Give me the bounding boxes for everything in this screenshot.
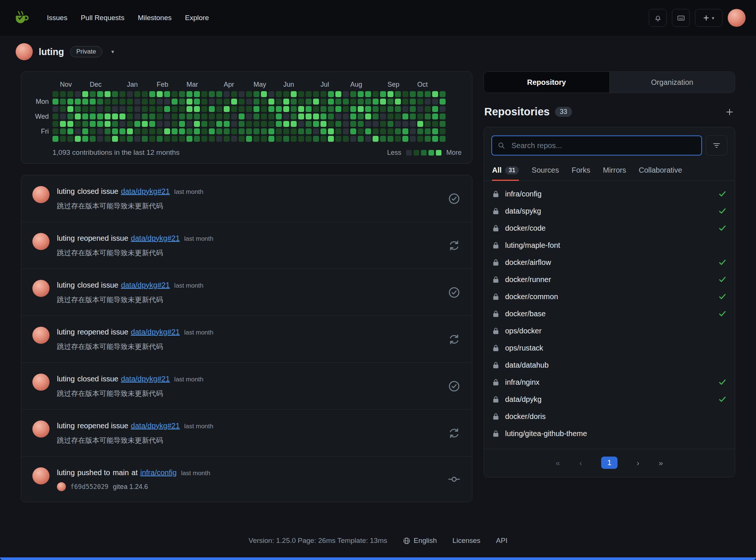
event-link[interactable]: data/dpykg#21: [121, 187, 170, 196]
profile-header: luting Private ▾: [0, 36, 756, 63]
repo-name: luting/maple-font: [505, 241, 560, 250]
actor-name[interactable]: luting: [57, 187, 75, 196]
repo-list-item[interactable]: docker/code: [492, 220, 727, 237]
create-new-button[interactable]: + ▾: [695, 9, 722, 27]
actor-name[interactable]: luting: [57, 375, 75, 383]
heatmap-cell: [239, 106, 245, 112]
nav-link-pull-requests[interactable]: Pull Requests: [74, 10, 131, 26]
actor-name[interactable]: luting: [57, 328, 75, 336]
heatmap-cell: [142, 106, 148, 112]
tab-repository[interactable]: Repository: [484, 72, 609, 93]
repo-list-item[interactable]: ops/rustack: [492, 339, 727, 356]
actor-name[interactable]: luting: [57, 422, 75, 430]
heatmap-cell: [90, 121, 96, 127]
heatmap-cell: [231, 121, 237, 127]
api-link[interactable]: API: [496, 537, 508, 545]
repo-filter-tab-sources[interactable]: Sources: [532, 166, 559, 181]
actor-name[interactable]: luting: [57, 281, 75, 289]
heatmap-months: NovDecJanFebMarAprMayJunJulAugSepOct: [52, 81, 462, 91]
repo-list-item[interactable]: luting/maple-font: [492, 237, 727, 254]
commit-hash[interactable]: f69d552029: [70, 483, 108, 490]
nav-link-milestones[interactable]: Milestones: [131, 10, 178, 26]
heatmap-cell: [209, 91, 215, 97]
repo-list-item[interactable]: ops/docker: [492, 322, 727, 339]
search-repos-input[interactable]: [491, 135, 702, 156]
repo-list-item[interactable]: docker/base: [492, 305, 727, 322]
heatmap-cell: [402, 113, 408, 119]
repo-filter-tab-collaborative[interactable]: Collaborative: [639, 166, 682, 181]
actor-name[interactable]: luting: [57, 234, 75, 243]
pagination-prev[interactable]: ‹: [579, 458, 582, 467]
tab-organization[interactable]: Organization: [609, 72, 735, 93]
actor-name[interactable]: luting: [57, 468, 75, 477]
event-avatar[interactable]: [32, 280, 50, 297]
heatmap-cell: [298, 113, 304, 119]
heatmap-cell: [216, 106, 222, 112]
notifications-button[interactable]: [649, 9, 667, 27]
repo-list-item[interactable]: docker/common: [492, 288, 727, 305]
event-avatar[interactable]: [32, 374, 50, 391]
repo-list-item[interactable]: data/datahub: [492, 356, 727, 374]
keyboard-shortcuts-button[interactable]: [672, 9, 690, 27]
heatmap-cell: [410, 128, 416, 134]
heatmap-cell: [209, 113, 215, 119]
keyboard-icon: [677, 14, 685, 22]
repo-filter-tab-forks[interactable]: Forks: [572, 166, 590, 181]
new-repository-button[interactable]: [725, 107, 734, 117]
heatmap-cell: [164, 99, 170, 105]
repo-list-item[interactable]: docker/doris: [492, 408, 727, 425]
repo-list-item[interactable]: data/dpykg: [492, 391, 727, 408]
repo-list-item[interactable]: infra/nginx: [492, 374, 727, 391]
licenses-link[interactable]: Licenses: [453, 537, 481, 545]
event-link[interactable]: data/dpykg#21: [131, 328, 180, 336]
pagination-current[interactable]: 1: [601, 457, 617, 469]
event-link[interactable]: data/dpykg#21: [121, 375, 170, 383]
profile-avatar[interactable]: [16, 43, 33, 60]
event-avatar[interactable]: [32, 327, 50, 344]
repo-filter-tab-all[interactable]: All 31: [492, 166, 519, 181]
event-link[interactable]: infra/config: [140, 468, 177, 477]
event-link[interactable]: data/dpykg#21: [131, 422, 180, 430]
heatmap-cell: [358, 91, 364, 97]
repo-list-item[interactable]: data/spykg: [492, 202, 727, 220]
heatmap-cell: [127, 136, 133, 142]
legend-more-label: More: [446, 149, 462, 157]
heatmap-cell: [298, 121, 304, 127]
repo-filter-button[interactable]: [706, 135, 727, 156]
event-avatar[interactable]: [32, 467, 50, 484]
heatmap-cell: [186, 121, 192, 127]
heatmap-cell: [172, 91, 178, 97]
gitea-logo[interactable]: [10, 7, 31, 28]
repo-list-item[interactable]: luting/gitea-github-theme: [492, 425, 727, 442]
repo-list-item[interactable]: docker/airflow: [492, 254, 727, 271]
issue-title: 跳过存在版本可能导致未更新代码: [57, 436, 440, 445]
repo-filter-tab-mirrors[interactable]: Mirrors: [603, 166, 626, 181]
heatmap-cell: [164, 106, 170, 112]
event-avatar[interactable]: [32, 233, 50, 250]
heatmap-cell: [276, 128, 282, 134]
heatmap-cell: [373, 128, 379, 134]
event-link[interactable]: data/dpykg#21: [121, 281, 170, 289]
language-selector[interactable]: English: [403, 537, 437, 545]
nav-link-explore[interactable]: Explore: [178, 10, 216, 26]
heatmap-cell: [328, 136, 334, 142]
pagination-last[interactable]: »: [659, 458, 663, 467]
pagination-next[interactable]: ›: [637, 458, 639, 467]
heatmap-cell: [239, 113, 245, 119]
event-headline: luting closed issue data/dpykg#21 last m…: [57, 281, 440, 289]
heatmap-cell: [60, 91, 66, 97]
bottom-accent-bar: [0, 557, 756, 560]
profile-username[interactable]: luting: [39, 47, 64, 57]
pagination-first[interactable]: «: [556, 458, 560, 467]
heatmap-cell: [313, 106, 319, 112]
event-action: closed issue: [77, 375, 118, 383]
heatmap-cell: [402, 128, 408, 134]
event-avatar[interactable]: [32, 186, 50, 203]
nav-link-issues[interactable]: Issues: [40, 10, 74, 26]
profile-dropdown-caret[interactable]: ▾: [108, 47, 117, 57]
event-avatar[interactable]: [32, 420, 50, 438]
repo-list-item[interactable]: docker/runner: [492, 271, 727, 288]
user-avatar[interactable]: [728, 9, 746, 27]
event-link[interactable]: data/dpykg#21: [131, 234, 180, 243]
repo-list-item[interactable]: infra/config: [492, 185, 727, 202]
